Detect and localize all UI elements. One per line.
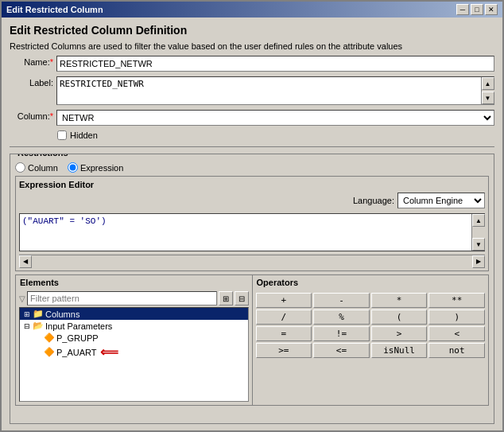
op-plus[interactable]: + — [256, 293, 312, 308]
tree-label-input-params: Input Parameters — [45, 321, 112, 331]
close-button[interactable]: ✕ — [485, 4, 498, 15]
op-isnull[interactable]: isNull — [371, 343, 428, 358]
expression-scrollbar-h: ◀ ▶ — [19, 255, 485, 267]
title-bar: Edit Restricted Column ─ □ ✕ — [2, 2, 502, 18]
expr-scroll-down[interactable]: ▼ — [472, 238, 485, 251]
expand-tree-btn[interactable]: ⊞ — [219, 291, 233, 306]
tree-item-columns[interactable]: ⊞ 📁 Columns — [20, 308, 248, 320]
tree-label-p-auart: P_AUART — [56, 348, 97, 357]
tree-label-p-grupp: P_GRUPP — [56, 333, 99, 343]
tree-label-columns: Columns — [45, 309, 79, 319]
expression-editor-title: Expression Editor — [19, 180, 485, 189]
param-icon-p-grupp: 🔶 — [44, 333, 55, 343]
expr-hscroll-track — [32, 255, 472, 268]
op-minus[interactable]: - — [313, 293, 370, 308]
filter-input[interactable] — [27, 291, 217, 306]
language-row: Language: Column Engine SQL MDX — [19, 193, 485, 208]
filter-row: ▽ ⊞ ⊟ — [16, 290, 252, 307]
filter-icon: ▽ — [19, 294, 25, 303]
expr-hscroll-left[interactable]: ◀ — [19, 255, 32, 268]
op-eq[interactable]: = — [256, 326, 312, 341]
op-multiply[interactable]: * — [371, 293, 428, 308]
op-modulo[interactable]: % — [313, 309, 370, 325]
label-scrollbar: ▲ ▼ — [481, 77, 494, 104]
op-not[interactable]: not — [428, 343, 485, 358]
radio-expression[interactable] — [68, 162, 78, 173]
expr-hscroll-right[interactable]: ▶ — [472, 255, 485, 268]
name-label: Name:* — [10, 56, 53, 67]
collapse-tree-btn[interactable]: ⊟ — [235, 291, 249, 306]
expression-text: ("AUART" = 'SO') — [20, 214, 471, 251]
radio-expression-option: Expression — [68, 162, 123, 173]
tree-expand-columns[interactable]: ⊞ — [21, 310, 33, 318]
expr-scroll-up[interactable]: ▲ — [472, 214, 485, 227]
bottom-panels: Elements ▽ ⊞ ⊟ ⊞ 📁 Columns — [15, 274, 489, 406]
expression-text-wrap: ("AUART" = 'SO') ▲ ▼ — [19, 213, 485, 251]
radio-column-option: Column — [15, 162, 58, 173]
content-area: Edit Restricted Column Definition Restri… — [2, 18, 502, 430]
hidden-label: Hidden — [70, 130, 98, 140]
label-scroll-down[interactable]: ▼ — [482, 91, 494, 104]
window-title: Edit Restricted Column — [6, 5, 103, 14]
folder-icon-columns: 📁 — [33, 309, 44, 319]
operators-panel-title: Operators — [253, 275, 489, 290]
op-lte[interactable]: <= — [313, 343, 370, 358]
hidden-checkbox[interactable] — [57, 130, 67, 140]
radio-expression-label: Expression — [80, 163, 123, 173]
param-icon-p-auart: 🔶 — [44, 347, 55, 357]
column-label: Column:* — [10, 110, 53, 121]
expression-editor: Expression Editor Language: Column Engin… — [15, 176, 489, 271]
column-required: * — [50, 111, 53, 121]
op-divide[interactable]: / — [256, 309, 312, 325]
elements-panel: Elements ▽ ⊞ ⊟ ⊞ 📁 Columns — [15, 274, 253, 406]
label-row: Label: RESTRICTED_NETWR ▲ ▼ — [10, 76, 494, 105]
operators-grid: + - * ** / % ( ) = != > < >= <= — [253, 290, 489, 361]
main-window: Edit Restricted Column ─ □ ✕ Edit Restri… — [0, 0, 504, 432]
name-row: Name:* — [10, 56, 494, 72]
op-lt[interactable]: < — [428, 326, 485, 341]
column-select[interactable]: NETWR — [56, 110, 494, 126]
tree-view[interactable]: ⊞ 📁 Columns ⊟ 📂 Input Parameters — [19, 307, 249, 402]
minimize-button[interactable]: ─ — [456, 4, 469, 15]
tree-item-input-params[interactable]: ⊟ 📂 Input Parameters — [20, 320, 248, 332]
name-required: * — [50, 57, 53, 67]
page-description: Restricted Columns are used to filter th… — [10, 41, 494, 51]
elements-panel-title: Elements — [16, 275, 252, 290]
hidden-row: Hidden — [57, 130, 494, 140]
language-select[interactable]: Column Engine SQL MDX — [397, 193, 485, 208]
radio-row: Column Expression — [15, 162, 489, 173]
radio-column-label: Column — [28, 163, 58, 173]
label-scroll-up[interactable]: ▲ — [482, 77, 494, 90]
radio-column[interactable] — [15, 162, 25, 173]
tree-item-p-auart[interactable]: 🔶 P_AUART ⟸ — [20, 344, 248, 360]
restrictions-group: Restrictions Column Expression Expressio… — [10, 154, 494, 424]
expression-scrollbar-v: ▲ ▼ — [471, 214, 484, 251]
name-input[interactable] — [56, 56, 494, 72]
folder-icon-input-params: 📂 — [33, 321, 44, 331]
page-title: Edit Restricted Column Definition — [10, 24, 494, 37]
title-bar-buttons: ─ □ ✕ — [456, 4, 498, 15]
op-gt[interactable]: > — [371, 326, 428, 341]
restrictions-group-title: Restrictions — [15, 154, 71, 158]
column-row: Column:* NETWR — [10, 110, 494, 126]
language-label: Language: — [353, 196, 394, 205]
op-rparen[interactable]: ) — [428, 309, 485, 325]
label-label: Label: — [10, 76, 53, 88]
operators-panel: Operators + - * ** / % ( ) = != > < — [253, 274, 490, 406]
op-gte[interactable]: >= — [256, 343, 312, 358]
op-lparen[interactable]: ( — [371, 309, 428, 325]
arrow-indicator: ⟸ — [100, 344, 118, 360]
maximize-button[interactable]: □ — [471, 4, 483, 15]
expr-scroll-track — [472, 227, 485, 238]
op-neq[interactable]: != — [313, 326, 370, 341]
label-input[interactable]: RESTRICTED_NETWR — [57, 77, 481, 104]
op-power[interactable]: ** — [428, 293, 485, 308]
label-textarea-wrap: RESTRICTED_NETWR ▲ ▼ — [56, 76, 494, 105]
tree-item-p-grupp[interactable]: 🔶 P_GRUPP — [20, 332, 248, 344]
tree-expand-input-params[interactable]: ⊟ — [21, 322, 33, 330]
separator — [10, 146, 494, 147]
